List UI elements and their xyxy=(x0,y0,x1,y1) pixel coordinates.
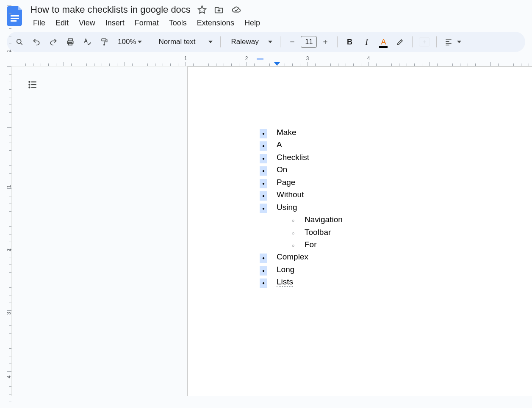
ruler-number: 1 xyxy=(6,185,12,188)
cloud-status-icon[interactable] xyxy=(231,5,241,14)
menu-extensions[interactable]: Extensions xyxy=(193,17,238,29)
list-item-text[interactable]: Using xyxy=(277,201,297,213)
list-item-text[interactable]: Without xyxy=(277,188,304,201)
search-menus-button[interactable] xyxy=(12,34,27,50)
svg-rect-0 xyxy=(11,15,19,17)
menu-bar: File Edit View Insert Format Tools Exten… xyxy=(29,16,525,32)
zoom-value: 100% xyxy=(118,38,136,46)
list-subitem[interactable]: Navigation xyxy=(289,213,532,226)
font-value: Raleway xyxy=(231,38,258,46)
print-button[interactable] xyxy=(63,34,78,50)
list-item[interactable]: On xyxy=(260,163,532,176)
svg-rect-1 xyxy=(11,18,19,19)
list-item-text[interactable]: Toolbar xyxy=(305,226,331,238)
list-item[interactable]: Using xyxy=(260,201,532,213)
bullet-icon xyxy=(260,179,267,188)
list-item-text[interactable]: For xyxy=(305,238,317,251)
chevron-down-icon xyxy=(457,41,461,43)
page-content[interactable]: MakeAChecklistOnPageWithoutUsingNavigati… xyxy=(188,67,532,288)
list-item-text[interactable]: Make xyxy=(277,126,296,138)
chevron-down-icon xyxy=(138,41,142,43)
bullet-icon xyxy=(260,204,267,213)
ruler-number: 3 xyxy=(306,55,309,61)
menu-help[interactable]: Help xyxy=(240,17,264,29)
list-subitem[interactable]: Toolbar xyxy=(289,226,532,238)
spellcheck-button[interactable] xyxy=(80,34,95,50)
menu-tools[interactable]: Tools xyxy=(165,17,191,29)
increase-font-size-button[interactable] xyxy=(318,34,333,50)
bullet-open-icon xyxy=(289,230,297,237)
list-item[interactable]: Complex xyxy=(260,251,532,263)
menu-view[interactable]: View xyxy=(75,17,100,29)
menu-format[interactable]: Format xyxy=(130,17,163,29)
list-item-text[interactable]: Checklist xyxy=(277,151,309,163)
move-icon[interactable] xyxy=(214,5,224,14)
text-color-button[interactable]: A xyxy=(376,34,391,50)
bold-button[interactable]: B xyxy=(342,34,357,50)
list-item[interactable]: Without xyxy=(260,188,532,201)
show-outline-button[interactable] xyxy=(27,79,38,92)
ruler-number: 2 xyxy=(245,55,248,61)
paragraph-style-dropdown[interactable]: Normal text xyxy=(152,38,216,46)
align-dropdown[interactable] xyxy=(441,34,461,50)
bullet-icon xyxy=(260,129,267,138)
menu-edit[interactable]: Edit xyxy=(51,17,73,29)
toolbar: 100% Normal text Raleway B I A xyxy=(7,32,525,52)
svg-line-5 xyxy=(21,43,22,45)
document-page[interactable]: MakeAChecklistOnPageWithoutUsingNavigati… xyxy=(187,66,532,396)
bullet-icon xyxy=(260,166,267,176)
list-item[interactable]: Lists xyxy=(260,276,532,288)
bullet-open-icon xyxy=(289,217,297,224)
list-item[interactable]: Long xyxy=(260,263,532,276)
undo-button[interactable] xyxy=(29,34,44,50)
highlight-color-button[interactable] xyxy=(393,34,408,50)
list-subitem[interactable]: For xyxy=(289,238,532,251)
first-line-indent-marker[interactable] xyxy=(257,58,263,60)
paint-format-button[interactable] xyxy=(97,34,112,50)
separator xyxy=(436,36,437,47)
ruler-number: 4 xyxy=(6,375,12,378)
svg-rect-9 xyxy=(102,39,106,41)
star-icon[interactable] xyxy=(197,5,207,14)
separator xyxy=(148,36,148,47)
list-item-text[interactable]: On xyxy=(277,163,287,176)
menu-file[interactable]: File xyxy=(29,17,50,29)
list-item[interactable]: Make xyxy=(260,126,532,138)
redo-button[interactable] xyxy=(46,34,61,50)
menu-insert[interactable]: Insert xyxy=(101,17,129,29)
list-item-text[interactable]: Navigation xyxy=(305,213,343,226)
list-item[interactable]: Page xyxy=(260,176,532,188)
ruler-number: 1 xyxy=(6,50,12,52)
svg-marker-3 xyxy=(198,6,206,13)
paragraph-style-value: Normal text xyxy=(158,38,195,46)
decrease-font-size-button[interactable] xyxy=(285,34,300,50)
list-item[interactable]: Checklist xyxy=(260,151,532,163)
separator xyxy=(337,36,338,47)
svg-rect-2 xyxy=(11,20,17,22)
vertical-ruler[interactable]: 11234 xyxy=(0,66,12,396)
svg-rect-10 xyxy=(103,44,105,45)
add-comment-button[interactable]: ＋ xyxy=(417,34,432,50)
docs-logo-icon[interactable] xyxy=(7,6,24,26)
separator xyxy=(220,36,221,47)
list-item-text[interactable]: Complex xyxy=(277,251,308,263)
list-item-text[interactable]: Long xyxy=(277,263,294,276)
font-size-input[interactable] xyxy=(301,36,317,48)
horizontal-ruler[interactable]: 1234 xyxy=(12,55,532,66)
list-item-text[interactable]: A xyxy=(277,138,282,151)
list-item-text[interactable]: Page xyxy=(277,176,295,188)
bullet-icon xyxy=(260,141,267,151)
document-title[interactable]: How to make checklists in google docs xyxy=(29,3,192,16)
bullet-icon xyxy=(260,266,267,276)
font-dropdown[interactable]: Raleway xyxy=(225,38,276,46)
font-size-group xyxy=(285,34,333,50)
document-canvas[interactable]: MakeAChecklistOnPageWithoutUsingNavigati… xyxy=(12,66,532,396)
svg-point-20 xyxy=(29,87,30,88)
italic-button[interactable]: I xyxy=(359,34,374,50)
chevron-down-icon xyxy=(268,41,272,43)
list-item[interactable]: A xyxy=(260,138,532,151)
align-left-icon xyxy=(441,34,456,50)
bullet-icon xyxy=(260,278,267,288)
list-item-text[interactable]: Lists xyxy=(277,276,293,288)
zoom-dropdown[interactable]: 100% xyxy=(114,38,144,46)
